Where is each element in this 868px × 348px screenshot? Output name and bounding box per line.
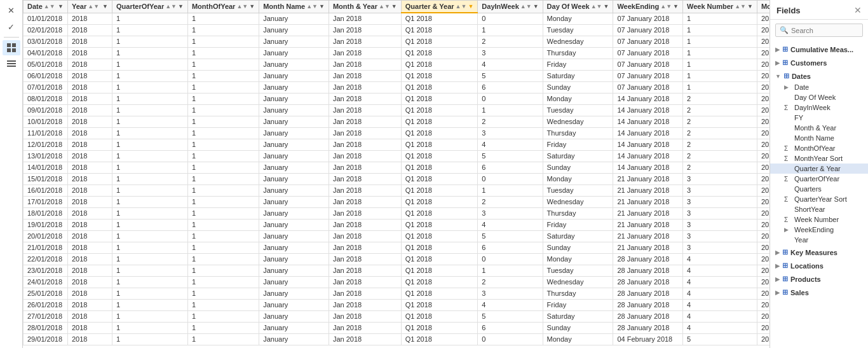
- table-row[interactable]: 15/01/2018201811JanuaryJan 2018Q1 20180M…: [24, 173, 770, 184]
- col-header-weeknumber[interactable]: Week Number ▲▼ ▼: [682, 1, 757, 13]
- field-group-header-products[interactable]: ▶ ⊞ Products: [770, 273, 868, 285]
- filter-icon[interactable]: ▼: [468, 3, 473, 10]
- grid-view-btn[interactable]: [3, 40, 20, 55]
- field-item-quarteryear-sort[interactable]: ΣQuarterYear Sort: [770, 194, 868, 204]
- table-row[interactable]: 02/01/2018201811JanuaryJan 2018Q1 20181T…: [24, 24, 770, 36]
- table-row[interactable]: 20/01/2018201811JanuaryJan 2018Q1 20185S…: [24, 230, 770, 242]
- table-container[interactable]: Date ▲▼ ▼ Year ▲▼ ▼ QuarterOfYear ▲▼ ▼ M…: [23, 0, 770, 348]
- col-header-weekending[interactable]: WeekEnding ▲▼ ▼: [613, 1, 683, 13]
- table-row[interactable]: 23/01/2018201811JanuaryJan 2018Q1 20181T…: [24, 265, 770, 276]
- search-box[interactable]: 🔍: [775, 24, 863, 37]
- table-row[interactable]: 24/01/2018201811JanuaryJan 2018Q1 20182W…: [24, 276, 770, 288]
- col-header-dayinweek[interactable]: DayInWeek ▲▼ ▼: [478, 1, 543, 13]
- field-group-header-dates[interactable]: ▼ ⊞ Dates: [770, 70, 868, 82]
- table-row[interactable]: 04/01/2018201811JanuaryJan 2018Q1 20183T…: [24, 47, 770, 59]
- table-row[interactable]: 09/01/2018201811JanuaryJan 2018Q1 20181T…: [24, 104, 770, 116]
- col-header-quarterofyear[interactable]: QuarterOfYear ▲▼ ▼: [112, 1, 188, 13]
- cell-monthyearsort: 20180100: [757, 253, 770, 265]
- table-row[interactable]: 29/01/2018201811JanuaryJan 2018Q1 20180M…: [24, 333, 770, 345]
- table-row[interactable]: 05/01/2018201811JanuaryJan 2018Q1 20184F…: [24, 59, 770, 70]
- field-group-header-cumulative-meas---[interactable]: ▶ ⊞ Cumulative Meas...: [770, 43, 868, 55]
- cell-weekending: 28 January 2018: [613, 265, 683, 276]
- cell-dayofweek: Thursday: [543, 47, 613, 59]
- filter-icon[interactable]: ▼: [319, 3, 325, 10]
- filter-icon[interactable]: ▼: [249, 3, 255, 10]
- cell-weekending: 14 January 2018: [613, 127, 683, 139]
- table-row[interactable]: 14/01/2018201811JanuaryJan 2018Q1 20186S…: [24, 162, 770, 173]
- field-item-quarters[interactable]: Quarters: [770, 184, 868, 194]
- table-row[interactable]: 16/01/2018201811JanuaryJan 2018Q1 20181T…: [24, 184, 770, 196]
- check-btn[interactable]: ✓: [3, 19, 20, 34]
- filter-icon[interactable]: ▼: [178, 3, 184, 10]
- field-item-month-name[interactable]: Month Name: [770, 133, 868, 143]
- table-row[interactable]: 12/01/2018201811JanuaryJan 2018Q1 20184F…: [24, 139, 770, 150]
- table-row[interactable]: 13/01/2018201811JanuaryJan 2018Q1 20185S…: [24, 150, 770, 162]
- cell-weekending: 07 January 2018: [613, 36, 683, 47]
- table-row[interactable]: 06/01/2018201811JanuaryJan 2018Q1 20185S…: [24, 70, 770, 81]
- cell-weeknumber: 3: [682, 196, 757, 207]
- field-group-header-customers[interactable]: ▶ ⊞ Customers: [770, 57, 868, 69]
- cell-monthyearsort: 20180100: [757, 333, 770, 345]
- col-header-monthofyear[interactable]: MonthOfYear ▲▼ ▼: [187, 1, 259, 13]
- table-row[interactable]: 03/01/2018201811JanuaryJan 2018Q1 20182W…: [24, 36, 770, 47]
- field-item-month---year[interactable]: Month & Year: [770, 123, 868, 133]
- table-row[interactable]: 26/01/2018201811JanuaryJan 2018Q1 20184F…: [24, 299, 770, 310]
- filter-icon[interactable]: ▼: [58, 3, 64, 10]
- field-item-shortyear[interactable]: ShortYear: [770, 204, 868, 214]
- filter-icon[interactable]: ▼: [391, 3, 397, 10]
- table-row[interactable]: 25/01/2018201811JanuaryJan 2018Q1 20183T…: [24, 288, 770, 299]
- field-group-header-sales[interactable]: ▶ ⊞ Sales: [770, 286, 868, 298]
- table-row[interactable]: 22/01/2018201811JanuaryJan 2018Q1 20180M…: [24, 253, 770, 265]
- field-group-customers: ▶ ⊞ Customers: [770, 57, 868, 69]
- col-header-year[interactable]: Year ▲▼ ▼: [68, 1, 112, 13]
- table-row[interactable]: 19/01/2018201811JanuaryJan 2018Q1 20184F…: [24, 219, 770, 230]
- field-item-monthyear-sort[interactable]: ΣMonthYear Sort: [770, 153, 868, 164]
- close-x-btn[interactable]: ✕: [3, 3, 20, 18]
- field-item-monthofyear[interactable]: ΣMonthOfYear: [770, 143, 868, 153]
- field-item-day-of-week[interactable]: Day Of Week: [770, 92, 868, 102]
- col-label-monthyear: Month & Year: [333, 3, 377, 10]
- filter-icon[interactable]: ▼: [673, 3, 679, 10]
- col-header-monthyearsort[interactable]: MonthYear Sort ▲▼ ▼: [757, 1, 770, 13]
- fields-close-btn[interactable]: ✕: [854, 5, 862, 15]
- col-header-monthyear[interactable]: Month & Year ▲▼ ▼: [329, 1, 401, 13]
- cell-date: 21/01/2018: [24, 242, 68, 253]
- table-row[interactable]: 08/01/2018201811JanuaryJan 2018Q1 20180M…: [24, 93, 770, 104]
- table-row[interactable]: 17/01/2018201811JanuaryJan 2018Q1 20182W…: [24, 196, 770, 207]
- table-row[interactable]: 07/01/2018201811JanuaryJan 2018Q1 20186S…: [24, 81, 770, 93]
- field-item-quarter---year[interactable]: Quarter & Year: [770, 164, 868, 174]
- filter-icon[interactable]: ▼: [102, 3, 108, 10]
- field-group-header-key-measures[interactable]: ▶ ⊞ Key Measures: [770, 246, 868, 258]
- col-header-monthname[interactable]: Month Name ▲▼ ▼: [259, 1, 329, 13]
- cell-quarterofyear: 1: [112, 139, 188, 150]
- table-row[interactable]: 11/01/2018201811JanuaryJan 2018Q1 20183T…: [24, 127, 770, 139]
- field-item-week-number[interactable]: ΣWeek Number: [770, 214, 868, 225]
- cell-dayinweek: 3: [478, 47, 543, 59]
- table-row[interactable]: 27/01/2018201811JanuaryJan 2018Q1 20185S…: [24, 310, 770, 322]
- field-item-quarterofyear[interactable]: ΣQuarterOfYear: [770, 174, 868, 184]
- table-row[interactable]: 28/01/2018201811JanuaryJan 2018Q1 20186S…: [24, 322, 770, 333]
- cell-weekending: 21 January 2018: [613, 230, 683, 242]
- table-row[interactable]: 18/01/2018201811JanuaryJan 2018Q1 20183T…: [24, 207, 770, 219]
- table-row[interactable]: 01/01/2018201811JanuaryJan 2018Q1 20180M…: [24, 13, 770, 24]
- field-group-header-locations[interactable]: ▶ ⊞ Locations: [770, 260, 868, 272]
- field-item-dayinweek[interactable]: ΣDayInWeek: [770, 102, 868, 113]
- field-item-fy[interactable]: FY: [770, 113, 868, 123]
- cell-monthyear: Jan 2018: [329, 276, 401, 288]
- table-row[interactable]: 21/01/2018201811JanuaryJan 2018Q1 20186S…: [24, 242, 770, 253]
- filter-icon[interactable]: ▼: [747, 3, 753, 10]
- col-header-date[interactable]: Date ▲▼ ▼: [24, 1, 68, 13]
- field-item-date[interactable]: ▶Date: [770, 82, 868, 92]
- col-header-dayofweek[interactable]: Day Of Week ▲▼ ▼: [543, 1, 613, 13]
- table-row[interactable]: 10/01/2018201811JanuaryJan 2018Q1 20182W…: [24, 116, 770, 127]
- filter-icon[interactable]: ▼: [533, 3, 539, 10]
- cell-weeknumber: 4: [682, 276, 757, 288]
- filter-icon[interactable]: ▼: [603, 3, 609, 10]
- field-item-year[interactable]: Year: [770, 235, 868, 245]
- col-header-quarteryear[interactable]: Quarter & Year ▲▼ ▼: [401, 1, 478, 13]
- search-input[interactable]: [791, 27, 858, 34]
- cell-monthofyear: 1: [187, 184, 259, 196]
- field-item-weekending[interactable]: ▶WeekEnding: [770, 225, 868, 235]
- cell-monthofyear: 1: [187, 242, 259, 253]
- report-btn[interactable]: [3, 57, 20, 72]
